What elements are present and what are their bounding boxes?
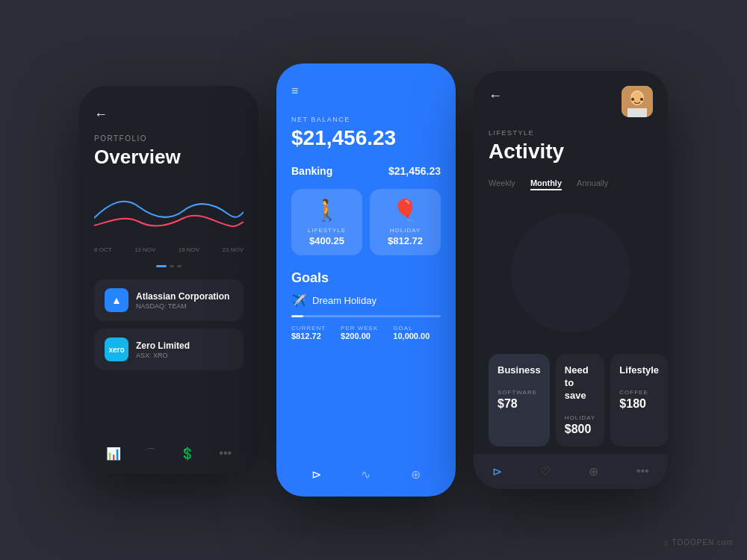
- p2-nav-target-icon[interactable]: ⊕: [411, 467, 421, 482]
- goal-name: Dream Holiday: [312, 295, 376, 306]
- balance-amount: $21,456.23: [291, 126, 441, 150]
- portfolio-label: PORTFOLIO: [94, 134, 244, 143]
- banking-label: Banking: [291, 165, 332, 177]
- goal-plane-icon: ✈️: [291, 293, 306, 308]
- chart-area: [94, 181, 244, 240]
- act-card-save-sublabel: HOLIDAY: [565, 414, 596, 421]
- act-card-save-amount: $800: [565, 423, 596, 436]
- phone-banking: ≡ NET BALANCE $21,456.23 Banking $21,456…: [276, 63, 456, 497]
- p3-navbar: ⊳ ♡ ⊕ •••: [474, 454, 668, 489]
- activity-cards: Business SOFTWARE $78 Need to save HOLID…: [489, 354, 653, 447]
- nav-dollar-icon[interactable]: 💲: [180, 447, 195, 462]
- goal-stat-perweek: PER WEEK $200.00: [341, 325, 378, 340]
- phone-portfolio: ← PORTFOLIO Overview 8 OCT 13 NOV 18 NOV…: [79, 86, 258, 474]
- tab-annually[interactable]: Annually: [577, 178, 608, 190]
- p3-back-button[interactable]: ←: [489, 88, 502, 104]
- dot-indicator: [94, 265, 244, 267]
- tab-monthly[interactable]: Monthly: [530, 178, 562, 190]
- stock-ticker-xero: ASX: XRO: [136, 352, 233, 359]
- p2-nav-send-icon[interactable]: ⊳: [311, 467, 321, 482]
- p3-nav-send-icon[interactable]: ⊳: [492, 464, 502, 479]
- lifestyle-card[interactable]: 🚶 LIFESTYLE $400.25: [291, 189, 362, 255]
- avatar-image: [622, 86, 653, 117]
- p3-nav-target-icon[interactable]: ⊕: [589, 464, 598, 479]
- goal-progress-fill: [291, 315, 303, 317]
- holiday-card-icon: 🎈: [392, 198, 418, 223]
- tab-weekly[interactable]: Weekly: [489, 178, 515, 190]
- p3-header: ←: [489, 86, 653, 117]
- goal-stat-current: CURRENT $812.72: [291, 325, 326, 340]
- goal-stat-goal: GOAL 10,000.00: [393, 325, 430, 340]
- nav-chart-icon[interactable]: 📊: [106, 447, 121, 462]
- act-card-save-title: Need to save: [565, 364, 596, 402]
- svg-point-4: [631, 98, 634, 101]
- net-balance-label: NET BALANCE: [291, 116, 441, 123]
- nav-heart-icon[interactable]: ⌒: [145, 447, 157, 462]
- menu-icon[interactable]: ≡: [291, 84, 441, 98]
- period-tabs: Weekly Monthly Annually: [489, 178, 653, 190]
- stock-ticker-atlassian: NASDAQ: TEAM: [136, 302, 233, 310]
- back-button[interactable]: ←: [94, 107, 244, 122]
- act-card-lifestyle[interactable]: Lifestyle COFFEE $180: [610, 354, 668, 447]
- goal-item: ✈️ Dream Holiday: [291, 293, 441, 308]
- holiday-card-label: HOLIDAY: [390, 227, 421, 234]
- holiday-card-amount: $812.72: [388, 235, 423, 246]
- svg-point-2: [632, 92, 642, 104]
- banking-row-amount: $21,456.23: [388, 165, 441, 177]
- act-card-business-title: Business: [498, 364, 541, 377]
- banking-row: Banking $21,456.23: [291, 165, 441, 177]
- phone-activity: ← LIFESTYLE: [474, 71, 668, 489]
- act-card-business-sublabel: SOFTWARE: [498, 389, 541, 396]
- act-card-business[interactable]: Business SOFTWARE $78: [489, 354, 550, 447]
- lifestyle-label: LIFESTYLE: [489, 129, 653, 137]
- activity-title: Activity: [489, 140, 653, 164]
- svg-point-5: [640, 98, 643, 101]
- svg-rect-3: [627, 108, 647, 117]
- overview-title: Overview: [94, 146, 244, 169]
- scene: ← PORTFOLIO Overview 8 OCT 13 NOV 18 NOV…: [0, 0, 747, 560]
- phone1-navbar: 📊 ⌒ 💲 •••: [94, 438, 244, 462]
- atlassian-icon: ▲: [105, 288, 128, 312]
- chart-labels: 8 OCT 13 NOV 18 NOV 23 NOV: [94, 246, 244, 253]
- phone2-navbar: ⊳ ∿ ⊕: [291, 460, 441, 482]
- p3-nav-pulse-icon[interactable]: ♡: [540, 464, 551, 479]
- xero-icon: xero: [105, 337, 128, 361]
- act-card-lifestyle-amount: $180: [619, 397, 659, 411]
- stock-name-xero: Zero Limited: [136, 340, 233, 351]
- stock-card-xero[interactable]: xero Zero Limited ASX: XRO: [94, 329, 244, 370]
- act-card-lifestyle-title: Lifestyle: [619, 364, 659, 377]
- lifestyle-card-amount: $400.25: [309, 235, 344, 246]
- act-card-save[interactable]: Need to save HOLIDAY $800: [556, 354, 605, 447]
- stock-card-atlassian[interactable]: ▲ Atlassian Corporation NASDAQ: TEAM: [94, 279, 244, 321]
- goal-stats: CURRENT $812.72 PER WEEK $200.00 GOAL 10…: [291, 325, 441, 340]
- nav-more-icon[interactable]: •••: [219, 447, 232, 462]
- goal-progress-bar-container: [291, 315, 441, 317]
- avatar: [622, 86, 653, 117]
- holiday-card[interactable]: 🎈 HOLIDAY $812.72: [370, 189, 441, 255]
- act-card-business-amount: $78: [498, 397, 541, 411]
- act-card-lifestyle-sublabel: COFFEE: [619, 389, 659, 396]
- p3-nav-more-icon[interactable]: •••: [636, 464, 649, 479]
- watermark: ⌂ TOOOPEN.com: [664, 538, 734, 547]
- p2-nav-activity-icon[interactable]: ∿: [361, 467, 371, 482]
- lifestyle-card-icon: 🚶: [314, 198, 340, 223]
- goals-title: Goals: [291, 270, 441, 286]
- card-grid: 🚶 LIFESTYLE $400.25 🎈 HOLIDAY $812.72: [291, 189, 441, 255]
- lifestyle-card-label: LIFESTYLE: [308, 227, 346, 234]
- stock-name-atlassian: Atlassian Corporation: [136, 291, 233, 302]
